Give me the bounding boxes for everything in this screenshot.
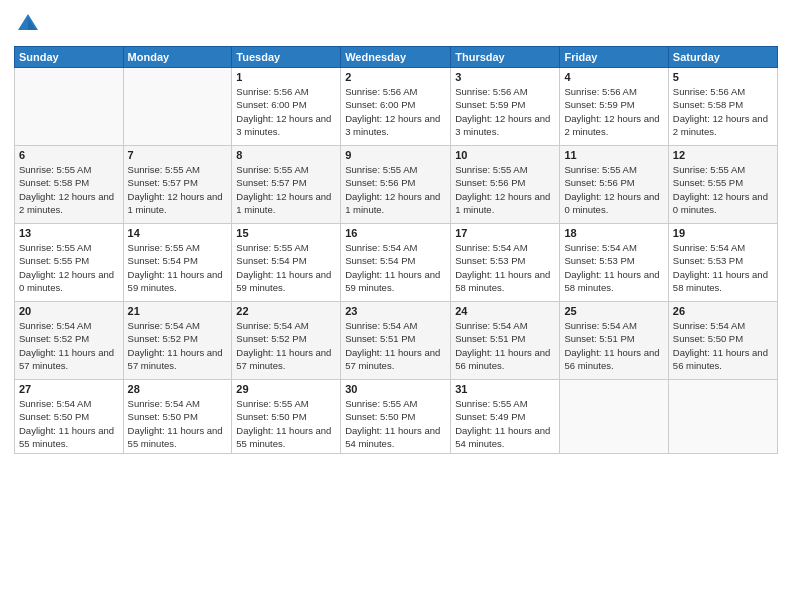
day-info: Sunrise: 5:55 AM Sunset: 5:55 PM Dayligh… [19,241,119,294]
day-info: Sunrise: 5:54 AM Sunset: 5:54 PM Dayligh… [345,241,446,294]
calendar-cell: 8Sunrise: 5:55 AM Sunset: 5:57 PM Daylig… [232,146,341,224]
calendar-cell: 25Sunrise: 5:54 AM Sunset: 5:51 PM Dayli… [560,302,668,380]
day-number: 14 [128,227,228,239]
calendar-cell: 2Sunrise: 5:56 AM Sunset: 6:00 PM Daylig… [341,68,451,146]
day-number: 27 [19,383,119,395]
day-info: Sunrise: 5:55 AM Sunset: 5:57 PM Dayligh… [128,163,228,216]
day-info: Sunrise: 5:54 AM Sunset: 5:53 PM Dayligh… [564,241,663,294]
day-info: Sunrise: 5:54 AM Sunset: 5:50 PM Dayligh… [128,397,228,450]
calendar-cell: 9Sunrise: 5:55 AM Sunset: 5:56 PM Daylig… [341,146,451,224]
calendar-cell [15,68,124,146]
day-number: 19 [673,227,773,239]
day-number: 4 [564,71,663,83]
day-info: Sunrise: 5:54 AM Sunset: 5:50 PM Dayligh… [673,319,773,372]
calendar-header-row: SundayMondayTuesdayWednesdayThursdayFrid… [15,47,778,68]
calendar-cell: 7Sunrise: 5:55 AM Sunset: 5:57 PM Daylig… [123,146,232,224]
calendar-cell: 22Sunrise: 5:54 AM Sunset: 5:52 PM Dayli… [232,302,341,380]
day-number: 29 [236,383,336,395]
calendar-cell: 30Sunrise: 5:55 AM Sunset: 5:50 PM Dayli… [341,380,451,454]
calendar-table: SundayMondayTuesdayWednesdayThursdayFrid… [14,46,778,454]
calendar-cell: 26Sunrise: 5:54 AM Sunset: 5:50 PM Dayli… [668,302,777,380]
calendar-cell: 28Sunrise: 5:54 AM Sunset: 5:50 PM Dayli… [123,380,232,454]
calendar-cell [560,380,668,454]
calendar-cell: 3Sunrise: 5:56 AM Sunset: 5:59 PM Daylig… [451,68,560,146]
calendar-cell: 27Sunrise: 5:54 AM Sunset: 5:50 PM Dayli… [15,380,124,454]
day-number: 16 [345,227,446,239]
calendar-cell: 16Sunrise: 5:54 AM Sunset: 5:54 PM Dayli… [341,224,451,302]
day-info: Sunrise: 5:54 AM Sunset: 5:53 PM Dayligh… [455,241,555,294]
calendar-cell: 18Sunrise: 5:54 AM Sunset: 5:53 PM Dayli… [560,224,668,302]
day-number: 18 [564,227,663,239]
day-number: 17 [455,227,555,239]
day-info: Sunrise: 5:55 AM Sunset: 5:56 PM Dayligh… [345,163,446,216]
calendar-cell: 10Sunrise: 5:55 AM Sunset: 5:56 PM Dayli… [451,146,560,224]
day-info: Sunrise: 5:54 AM Sunset: 5:52 PM Dayligh… [128,319,228,372]
calendar-week-3: 13Sunrise: 5:55 AM Sunset: 5:55 PM Dayli… [15,224,778,302]
day-number: 5 [673,71,773,83]
calendar-header-thursday: Thursday [451,47,560,68]
calendar-cell: 15Sunrise: 5:55 AM Sunset: 5:54 PM Dayli… [232,224,341,302]
calendar-cell: 6Sunrise: 5:55 AM Sunset: 5:58 PM Daylig… [15,146,124,224]
calendar-cell: 17Sunrise: 5:54 AM Sunset: 5:53 PM Dayli… [451,224,560,302]
day-number: 2 [345,71,446,83]
day-info: Sunrise: 5:55 AM Sunset: 5:55 PM Dayligh… [673,163,773,216]
day-info: Sunrise: 5:56 AM Sunset: 6:00 PM Dayligh… [345,85,446,138]
day-info: Sunrise: 5:54 AM Sunset: 5:52 PM Dayligh… [19,319,119,372]
calendar-cell: 5Sunrise: 5:56 AM Sunset: 5:58 PM Daylig… [668,68,777,146]
day-info: Sunrise: 5:55 AM Sunset: 5:56 PM Dayligh… [564,163,663,216]
day-info: Sunrise: 5:55 AM Sunset: 5:58 PM Dayligh… [19,163,119,216]
calendar-cell: 31Sunrise: 5:55 AM Sunset: 5:49 PM Dayli… [451,380,560,454]
calendar-cell: 29Sunrise: 5:55 AM Sunset: 5:50 PM Dayli… [232,380,341,454]
day-number: 24 [455,305,555,317]
day-info: Sunrise: 5:55 AM Sunset: 5:50 PM Dayligh… [345,397,446,450]
calendar-cell: 4Sunrise: 5:56 AM Sunset: 5:59 PM Daylig… [560,68,668,146]
calendar-header-sunday: Sunday [15,47,124,68]
calendar-cell: 14Sunrise: 5:55 AM Sunset: 5:54 PM Dayli… [123,224,232,302]
day-info: Sunrise: 5:55 AM Sunset: 5:56 PM Dayligh… [455,163,555,216]
calendar-header-tuesday: Tuesday [232,47,341,68]
calendar-cell: 12Sunrise: 5:55 AM Sunset: 5:55 PM Dayli… [668,146,777,224]
calendar-cell: 20Sunrise: 5:54 AM Sunset: 5:52 PM Dayli… [15,302,124,380]
day-number: 26 [673,305,773,317]
day-number: 15 [236,227,336,239]
day-info: Sunrise: 5:55 AM Sunset: 5:54 PM Dayligh… [128,241,228,294]
day-info: Sunrise: 5:56 AM Sunset: 5:58 PM Dayligh… [673,85,773,138]
day-info: Sunrise: 5:54 AM Sunset: 5:52 PM Dayligh… [236,319,336,372]
day-info: Sunrise: 5:55 AM Sunset: 5:49 PM Dayligh… [455,397,555,450]
logo [14,10,44,38]
calendar-cell [668,380,777,454]
calendar-week-1: 1Sunrise: 5:56 AM Sunset: 6:00 PM Daylig… [15,68,778,146]
calendar-cell: 19Sunrise: 5:54 AM Sunset: 5:53 PM Dayli… [668,224,777,302]
day-info: Sunrise: 5:54 AM Sunset: 5:53 PM Dayligh… [673,241,773,294]
calendar-cell: 23Sunrise: 5:54 AM Sunset: 5:51 PM Dayli… [341,302,451,380]
day-info: Sunrise: 5:54 AM Sunset: 5:51 PM Dayligh… [455,319,555,372]
day-number: 13 [19,227,119,239]
calendar-cell: 1Sunrise: 5:56 AM Sunset: 6:00 PM Daylig… [232,68,341,146]
calendar-header-friday: Friday [560,47,668,68]
logo-icon [14,10,42,38]
page-header [14,10,778,38]
calendar-cell: 11Sunrise: 5:55 AM Sunset: 5:56 PM Dayli… [560,146,668,224]
day-number: 21 [128,305,228,317]
day-number: 31 [455,383,555,395]
day-number: 25 [564,305,663,317]
day-info: Sunrise: 5:55 AM Sunset: 5:57 PM Dayligh… [236,163,336,216]
calendar-cell: 24Sunrise: 5:54 AM Sunset: 5:51 PM Dayli… [451,302,560,380]
day-info: Sunrise: 5:54 AM Sunset: 5:51 PM Dayligh… [564,319,663,372]
day-info: Sunrise: 5:55 AM Sunset: 5:50 PM Dayligh… [236,397,336,450]
day-info: Sunrise: 5:56 AM Sunset: 6:00 PM Dayligh… [236,85,336,138]
day-info: Sunrise: 5:56 AM Sunset: 5:59 PM Dayligh… [564,85,663,138]
calendar-week-4: 20Sunrise: 5:54 AM Sunset: 5:52 PM Dayli… [15,302,778,380]
day-number: 30 [345,383,446,395]
day-info: Sunrise: 5:56 AM Sunset: 5:59 PM Dayligh… [455,85,555,138]
calendar-header-wednesday: Wednesday [341,47,451,68]
day-number: 6 [19,149,119,161]
day-number: 28 [128,383,228,395]
day-info: Sunrise: 5:54 AM Sunset: 5:50 PM Dayligh… [19,397,119,450]
calendar-cell: 13Sunrise: 5:55 AM Sunset: 5:55 PM Dayli… [15,224,124,302]
day-info: Sunrise: 5:55 AM Sunset: 5:54 PM Dayligh… [236,241,336,294]
day-info: Sunrise: 5:54 AM Sunset: 5:51 PM Dayligh… [345,319,446,372]
day-number: 3 [455,71,555,83]
day-number: 7 [128,149,228,161]
calendar-week-5: 27Sunrise: 5:54 AM Sunset: 5:50 PM Dayli… [15,380,778,454]
